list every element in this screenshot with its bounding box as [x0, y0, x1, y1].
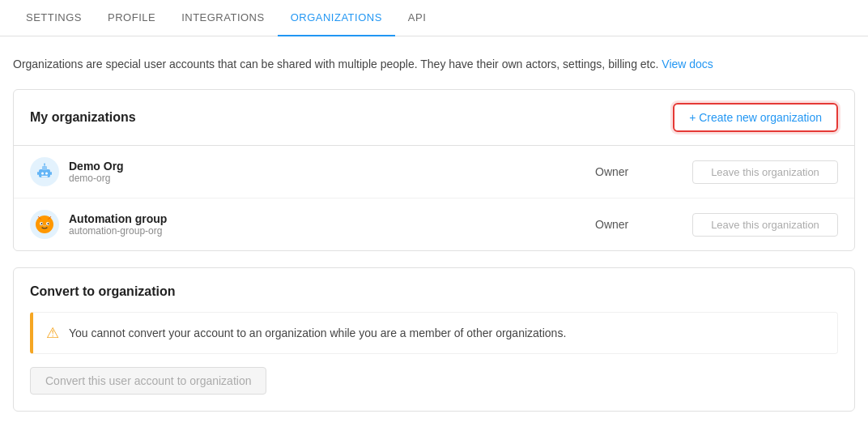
org-row-automation: Automation group automation-group-org Ow…	[14, 198, 854, 250]
org-role-demo: Owner	[595, 165, 692, 178]
svg-rect-7	[37, 172, 39, 175]
org-role-automation: Owner	[595, 218, 692, 231]
tab-integrations[interactable]: INTEGRATIONS	[168, 0, 278, 36]
svg-point-9	[36, 216, 53, 233]
svg-rect-4	[41, 176, 48, 177]
org-avatar-automation	[30, 210, 59, 239]
my-organizations-card: My organizations + Create new organizati…	[13, 89, 855, 251]
svg-rect-8	[50, 172, 52, 175]
leave-org-automation-button[interactable]: Leave this organization	[692, 213, 838, 237]
org-name-demo: Demo Org	[69, 160, 595, 173]
org-info-automation: Automation group automation-group-org	[69, 212, 595, 237]
tab-settings[interactable]: SETTINGS	[13, 0, 95, 36]
org-slug-demo: demo-org	[69, 173, 595, 184]
svg-point-2	[41, 173, 44, 175]
warning-icon: ⚠	[46, 324, 59, 342]
tab-api[interactable]: API	[395, 0, 439, 36]
org-row-demo: Demo Org demo-org Owner Leave this organ…	[14, 146, 854, 198]
convert-account-button[interactable]: Convert this user account to organizatio…	[30, 367, 266, 395]
tab-organizations[interactable]: ORGANIZATIONS	[278, 0, 395, 36]
page-content: Organizations are special user accounts …	[0, 36, 868, 431]
view-docs-link[interactable]: View docs	[662, 58, 713, 70]
tab-profile[interactable]: PROFILE	[95, 0, 168, 36]
svg-point-12	[41, 223, 43, 224]
convert-organization-card: Convert to organization ⚠ You cannot con…	[13, 267, 855, 412]
svg-rect-1	[42, 166, 47, 170]
svg-point-3	[45, 173, 48, 175]
top-navigation: SETTINGS PROFILE INTEGRATIONS ORGANIZATI…	[0, 0, 868, 36]
warning-box: ⚠ You cannot convert your account to an …	[30, 312, 838, 354]
org-name-automation: Automation group	[69, 212, 595, 225]
org-slug-automation: automation-group-org	[69, 225, 595, 237]
card-title: My organizations	[30, 110, 136, 125]
card-header: My organizations + Create new organizati…	[14, 90, 854, 146]
leave-org-demo-button[interactable]: Leave this organization	[692, 160, 838, 184]
org-info-demo: Demo Org demo-org	[69, 160, 595, 184]
svg-point-13	[48, 223, 49, 224]
convert-title: Convert to organization	[30, 284, 838, 299]
robot-icon	[33, 160, 56, 183]
warning-text: You cannot convert your account to an or…	[69, 326, 566, 339]
info-text: Organizations are special user accounts …	[13, 56, 855, 73]
org-avatar-demo	[30, 157, 59, 186]
cat-icon	[33, 213, 56, 236]
svg-point-6	[44, 164, 45, 165]
create-organization-button[interactable]: + Create new organization	[673, 103, 838, 132]
